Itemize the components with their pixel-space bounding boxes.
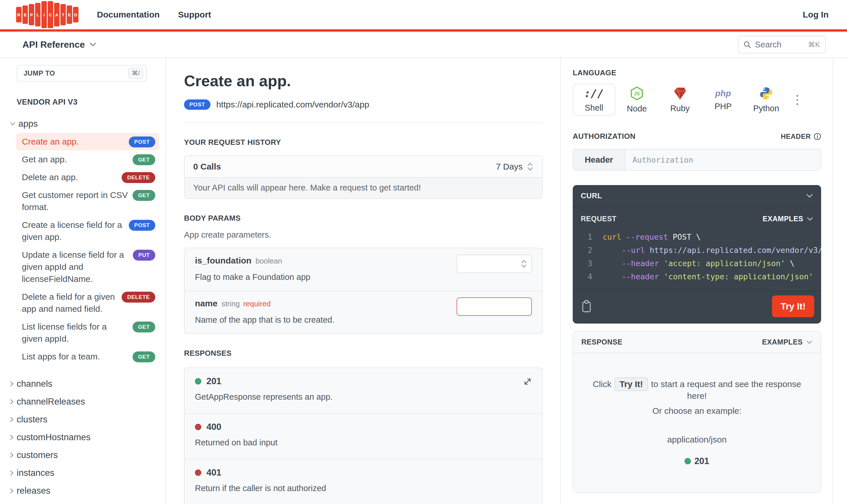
log-in-link[interactable]: Log In bbox=[803, 10, 829, 20]
authorization-input[interactable]: Authorization bbox=[625, 149, 820, 170]
param-description: Name of the app that is to be created. bbox=[195, 315, 532, 325]
language-option-node[interactable]: JS Node bbox=[615, 84, 658, 116]
sidebar-group-customhostnames[interactable]: customHostnames bbox=[10, 428, 165, 446]
example-response-201[interactable]: 201 bbox=[685, 456, 709, 466]
responses-heading: RESPONSES bbox=[184, 349, 543, 358]
method-badge: GET bbox=[133, 352, 155, 362]
sidebar-item-update-license-field[interactable]: Update a license field for a given appId… bbox=[16, 246, 159, 288]
response-code: 400 bbox=[207, 422, 222, 432]
endpoint-url-row: POST https://api.replicated.com/vendor/v… bbox=[184, 100, 543, 110]
status-dot-success bbox=[195, 378, 201, 384]
sidebar-group-channels[interactable]: channels bbox=[10, 375, 165, 393]
response-row-401[interactable]: 401 Return if the caller is not authoriz… bbox=[184, 459, 542, 504]
logo-letter: P bbox=[29, 4, 34, 25]
info-icon[interactable] bbox=[814, 133, 821, 140]
response-panel-title: RESPONSE bbox=[581, 338, 622, 346]
more-languages-kebab-icon[interactable]: ⋮ bbox=[791, 94, 803, 106]
choose-example-line: Or choose an example: bbox=[585, 406, 809, 416]
response-row-400[interactable]: 400 Returned on bad input bbox=[184, 413, 542, 459]
sidebar-group-releases[interactable]: releases bbox=[10, 482, 165, 500]
sidebar-group-externalregistries[interactable]: externalRegistries bbox=[10, 500, 165, 504]
curl-panel-header[interactable]: CURL bbox=[573, 185, 821, 207]
chevron-right-icon bbox=[10, 452, 14, 458]
request-label: REQUEST bbox=[581, 215, 616, 223]
replicated-logo[interactable]: R E P L I C A T E D bbox=[16, 1, 78, 28]
response-examples-dropdown[interactable]: EXAMPLES bbox=[762, 338, 812, 346]
language-option-python[interactable]: Python bbox=[745, 84, 788, 116]
sidebar-item-delete-an-app[interactable]: Delete an app. DELETE bbox=[16, 169, 159, 186]
sidebar-group-customers[interactable]: customers bbox=[10, 446, 165, 464]
nav-support[interactable]: Support bbox=[178, 10, 211, 20]
sort-chevrons-icon bbox=[527, 162, 534, 171]
history-range-value: 7 Days bbox=[496, 162, 523, 172]
language-option-ruby[interactable]: Ruby bbox=[658, 84, 702, 116]
response-row-201[interactable]: 201 GetAppResponse represents an app. bbox=[184, 368, 542, 413]
sidebar-item-get-an-app[interactable]: Get an app. GET bbox=[16, 151, 159, 168]
sidebar-group-apps[interactable]: apps bbox=[10, 119, 165, 129]
sidebar-item-label: Get an app. bbox=[22, 154, 133, 165]
php-icon: php bbox=[715, 89, 731, 98]
sidebar-item-create-an-app[interactable]: Create an app. POST bbox=[16, 133, 159, 150]
chevron-right-icon bbox=[10, 399, 14, 404]
sidebar-group-instances[interactable]: instances bbox=[10, 464, 165, 482]
line-number: 1 bbox=[580, 231, 592, 244]
sidebar-item-get-customer-report[interactable]: Get customer report in CSV format. GET bbox=[16, 186, 159, 216]
example-code-label: 201 bbox=[694, 456, 709, 466]
name-param-input[interactable] bbox=[457, 298, 532, 316]
param-type: boolean bbox=[255, 257, 282, 266]
jump-to-label: JUMP TO bbox=[23, 69, 55, 77]
api-reference-page: R E P L I C A T E D Documentation Suppor… bbox=[0, 0, 847, 504]
sidebar-item-label: List apps for a team. bbox=[22, 350, 133, 363]
copy-clipboard-icon[interactable] bbox=[581, 300, 592, 313]
try-it-chip[interactable]: Try It! bbox=[614, 377, 648, 391]
shell-icon: :// bbox=[584, 87, 604, 100]
method-badge: PUT bbox=[133, 250, 155, 260]
language-label: Ruby bbox=[670, 104, 690, 113]
param-row-is-foundation: is_foundation boolean Flag to make a Fou… bbox=[184, 248, 542, 290]
jump-to-input[interactable]: JUMP TO ⌘/ bbox=[17, 65, 147, 82]
language-option-php[interactable]: php PHP bbox=[702, 84, 745, 116]
request-history-empty-message: Your API calls will appear here. Make a … bbox=[184, 178, 542, 198]
sidebar-item-label: Create a license field for a given app. bbox=[22, 219, 129, 243]
request-history-box: 0 Calls 7 Days Your API calls will appea… bbox=[184, 156, 543, 199]
cta-text: to start a request and see the response … bbox=[651, 379, 801, 400]
sidebar-item-delete-field[interactable]: Delete a field for a given app and named… bbox=[16, 288, 159, 318]
jump-to-shortcut: ⌘/ bbox=[128, 68, 143, 79]
curl-code-block[interactable]: 1curl --request POST \ 2--url https://ap… bbox=[573, 225, 821, 291]
is-foundation-select[interactable] bbox=[457, 255, 532, 273]
language-label: Python bbox=[753, 104, 779, 113]
authorization-heading: AUTHORIZATION bbox=[573, 132, 635, 141]
sidebar-group-label: customHostnames bbox=[17, 432, 91, 443]
curl-panel: CURL REQUEST EXAMPLES 1curl --request PO… bbox=[573, 185, 821, 324]
sidebar-section-title: VENDOR API V3 bbox=[17, 98, 165, 107]
response-code: 201 bbox=[207, 376, 222, 386]
code-line: 3--header 'accept: application/json' \ bbox=[580, 257, 821, 270]
sidebar-group-clusters[interactable]: clusters bbox=[10, 411, 165, 428]
api-reference-dropdown[interactable]: API Reference bbox=[22, 39, 96, 50]
logo-letter: A bbox=[54, 3, 59, 26]
example-content-type[interactable]: application/json bbox=[585, 435, 809, 445]
search-input[interactable]: Search ⌘K bbox=[738, 36, 826, 53]
page-section-title: API Reference bbox=[22, 39, 85, 50]
expand-icon[interactable] bbox=[523, 377, 532, 386]
logo-letter: E bbox=[22, 5, 28, 24]
request-examples-dropdown[interactable]: EXAMPLES bbox=[762, 215, 813, 223]
param-name: is_foundation bbox=[195, 256, 251, 266]
method-badge: GET bbox=[133, 190, 155, 201]
nav-documentation[interactable]: Documentation bbox=[97, 10, 160, 20]
sidebar-item-list-apps[interactable]: List apps for a team. GET bbox=[16, 348, 159, 365]
examples-label: EXAMPLES bbox=[762, 215, 803, 223]
sidebar-item-create-license-field[interactable]: Create a license field for a given app. … bbox=[16, 216, 159, 246]
ruby-icon bbox=[673, 87, 687, 100]
sidebar-group-label: apps bbox=[18, 119, 38, 129]
try-it-button[interactable]: Try It! bbox=[772, 295, 814, 317]
page-title: Create an app. bbox=[184, 72, 543, 90]
authorization-kind-label: HEADER bbox=[781, 132, 811, 141]
sidebar-group-label: releases bbox=[17, 486, 50, 496]
response-panel-header: RESPONSE EXAMPLES bbox=[573, 331, 820, 353]
history-range-select[interactable]: 7 Days bbox=[496, 162, 534, 172]
language-option-shell[interactable]: :// Shell bbox=[573, 84, 615, 116]
sidebar-item-label: Get customer report in CSV format. bbox=[22, 189, 133, 213]
sidebar-item-list-license-fields[interactable]: List license fields for a given appId. G… bbox=[16, 318, 159, 347]
sidebar-group-channelreleases[interactable]: channelReleases bbox=[10, 393, 165, 411]
